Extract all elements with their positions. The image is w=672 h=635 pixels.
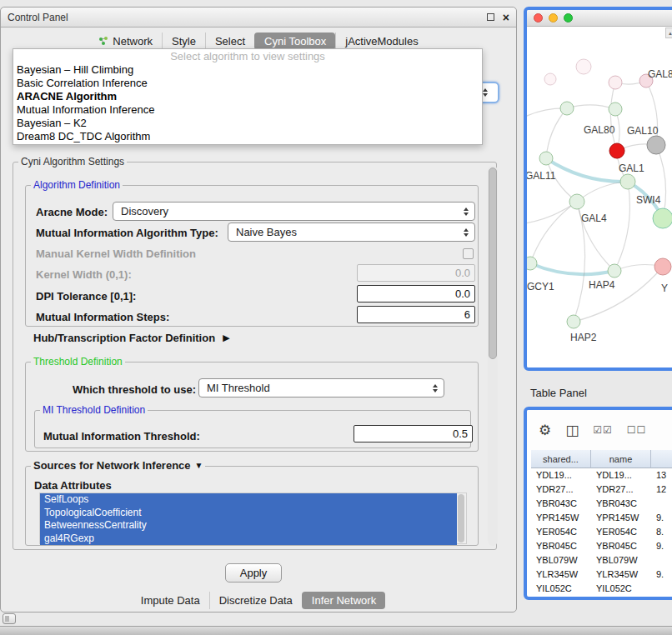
table-cell: YER054C [531,525,591,539]
mi-threshold-definition-group: MI Threshold Definition Mutual Informati… [34,410,471,448]
data-attributes-list[interactable]: SelfLoopsTopologicalCoefficientBetweenne… [39,492,467,544]
close-window-icon[interactable]: × [503,12,509,23]
scrollbar-thumb[interactable] [489,168,497,359]
network-edge[interactable] [530,263,614,274]
algorithm-option-dream8-dc-tdc-algorithm[interactable]: Dream8 DC_TDC Algorithm [13,130,482,143]
mi-algorithm-type-select[interactable]: Naive Bayes [228,222,475,242]
network-edge[interactable] [546,108,567,158]
network-canvas[interactable]: GAL8GAL80GAL10GAL11GAL1SWI4GAL4GCY1HAP4Y… [527,27,672,368]
deselect-all-rows-icon[interactable]: ☐☐ [627,425,647,435]
scroll-up-arrow[interactable]: ▲ [665,28,672,38]
attributes-scrollbar[interactable] [457,493,466,543]
aracne-mode-label: Aracne Mode: [36,206,108,218]
aracne-mode-select[interactable]: Discovery [113,202,475,221]
algorithm-option-aracne-algorithm[interactable]: ARACNE Algorithm [13,90,482,103]
tab-network[interactable]: Network [89,32,162,50]
panel-toggle-icon[interactable] [3,613,16,624]
column-header-1[interactable]: shared... [531,450,591,468]
network-edge[interactable] [546,158,628,182]
column-chooser-icon[interactable]: ◫ [565,423,579,438]
attribute-item-gal4rgexp[interactable]: gal4RGexp [40,532,457,546]
table-row[interactable]: YDL19...YDL19...13 [531,468,672,482]
zoom-traffic-light-button[interactable] [564,13,573,22]
tab-impute-data[interactable]: Impute Data [132,592,209,609]
algorithm-option-bayesian-k2[interactable]: Bayesian – K2 [13,117,482,130]
collapse-arrow-icon[interactable]: ▼ [195,461,203,470]
tab-style[interactable]: Style [162,32,205,50]
tab-jactivemodules[interactable]: jActiveModules [335,32,427,50]
network-edge[interactable] [527,202,577,225]
network-node[interactable] [527,257,537,270]
network-node[interactable] [620,174,635,189]
node-label: HAP4 [589,279,615,291]
network-node[interactable] [647,136,665,154]
algorithm-option-basic-correlation-inference[interactable]: Basic Correlation Inference [13,77,482,90]
tab-cyni-toolbox[interactable]: Cyni Toolbox [254,32,335,50]
network-node[interactable] [569,194,584,209]
expand-arrow-icon[interactable]: ▶ [223,332,229,343]
network-edge[interactable] [567,105,615,109]
table-row[interactable]: YIL052CYIL052C [531,582,672,596]
scrollbar-thumb[interactable] [458,494,464,542]
table-row[interactable]: YDR27...YDR27...12 [531,482,672,497]
network-node[interactable] [609,143,624,158]
network-icon [98,36,108,46]
hub-definition-section[interactable]: Hub/Transcription Factor Definition ▶ [33,332,230,344]
network-node[interactable] [560,102,574,115]
algorithm-dropdown-popup: Select algorithm to view settings Bayesi… [13,48,483,145]
control-panel-titlebar[interactable]: Control Panel × [1,8,516,28]
tab-select[interactable]: Select [205,32,254,50]
algorithm-option-bayesian-hill-climbing[interactable]: Bayesian – Hill Climbing [13,63,482,77]
network-node[interactable] [609,102,622,116]
network-edge[interactable] [610,82,617,151]
network-edge[interactable] [577,182,628,202]
table-row[interactable]: YBR045CYBR045C9. [531,539,672,553]
network-node[interactable] [609,76,622,89]
network-node[interactable] [567,315,580,328]
tab-infer-network[interactable]: Infer Network [302,592,385,609]
column-header-2[interactable]: name [591,450,651,468]
attribute-item-selfloops[interactable]: SelfLoops [40,493,457,507]
network-edge[interactable] [614,182,629,271]
network-node[interactable] [608,264,621,278]
algorithm-option-mutual-information-inference[interactable]: Mutual Information Inference [13,103,482,117]
select-all-rows-icon[interactable]: ☑☑ [593,425,613,435]
table-row[interactable]: YER054CYER054C8. [531,525,672,539]
attribute-item-betweennesscentrality[interactable]: BetweennessCentrality [40,519,457,532]
table-row[interactable]: YBL079WYBL079W [531,553,672,568]
table-row[interactable]: YBR043CYBR043C [531,497,672,511]
attribute-item-topologicalcoefficient[interactable]: TopologicalCoefficient [40,507,457,520]
tab-discretize-data[interactable]: Discretize Data [209,592,302,609]
float-window-icon[interactable] [487,13,494,21]
manual-kernel-width-checkbox[interactable] [463,248,474,259]
tab-label: Discretize Data [219,594,293,607]
dpi-tolerance-input[interactable] [357,285,475,302]
dpi-tolerance-label: DPI Tolerance [0,1]: [36,290,136,302]
which-threshold-select[interactable]: MI Threshold [198,378,444,398]
table-cell [651,497,672,511]
mi-threshold-label: Mutual Information Threshold: [43,430,200,442]
table-row[interactable]: YLR345WYLR345W9. [531,568,672,582]
network-node[interactable] [653,208,672,228]
minimize-traffic-light-button[interactable] [549,13,558,22]
network-node[interactable] [539,152,553,165]
table-cell: YIL052C [591,582,651,596]
manual-kernel-width-label: Manual Kernel Width Definition [36,248,196,260]
settings-scrollbar[interactable] [488,166,498,546]
table-cell: YPR145W [591,511,651,525]
sources-section-header[interactable]: Sources for Network Inference ▼ [31,459,205,472]
column-header-3[interactable] [651,450,672,468]
algorithm-definition-title: Algorithm Definition [31,179,123,191]
mi-steps-input[interactable] [357,306,475,323]
table-row[interactable]: YPR145WYPR145W9. [531,511,672,525]
close-traffic-light-button[interactable] [534,13,543,22]
apply-button[interactable]: Apply [225,563,282,582]
mi-threshold-input[interactable] [354,425,473,442]
network-edge[interactable] [530,202,577,263]
table-cell: YBL079W [591,553,651,568]
node-label: SWI4 [636,194,661,206]
settings-gear-icon[interactable]: ⚙ [539,423,551,438]
network-node[interactable] [654,258,671,275]
network-window-titlebar[interactable] [527,10,672,27]
window-buttons: × [487,12,509,23]
